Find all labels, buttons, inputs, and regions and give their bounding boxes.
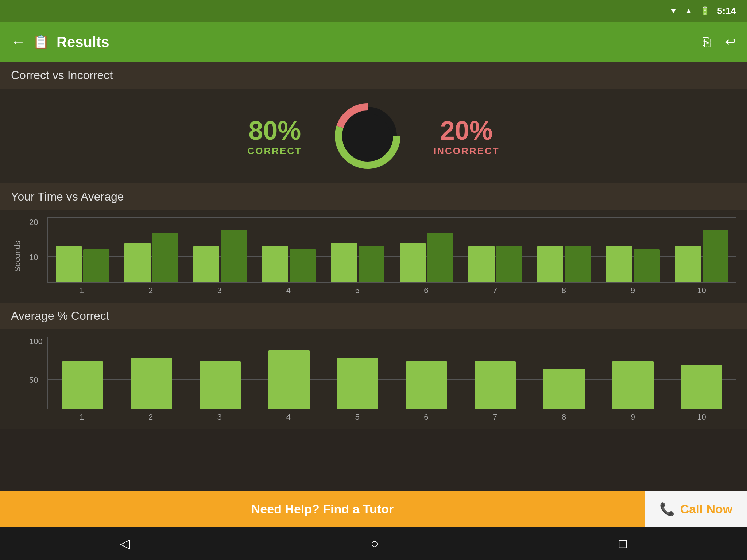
battery-icon: 🔋 bbox=[700, 6, 710, 16]
status-time: 5:14 bbox=[717, 5, 736, 17]
correct-label: CORRECT bbox=[247, 145, 302, 157]
avg-percent-header: Average % Correct bbox=[0, 303, 747, 329]
avg-bar-group-5 bbox=[323, 358, 392, 409]
avg-bar-group-7 bbox=[461, 361, 530, 409]
correct-percent: 80% bbox=[247, 116, 302, 145]
time-x-label-9: 9 bbox=[598, 286, 667, 295]
time-x-label-10: 10 bbox=[667, 286, 736, 295]
avg-x-label-2: 2 bbox=[116, 412, 185, 422]
time-bar-group-4 bbox=[255, 246, 324, 282]
avg-bar-chart bbox=[47, 337, 736, 409]
donut-section: 80% CORRECT 20% INCORRECT bbox=[0, 89, 747, 183]
avg-x-label-1: 1 bbox=[47, 412, 116, 422]
time-bar-light-9 bbox=[606, 246, 632, 282]
avg-bar-5 bbox=[337, 358, 378, 409]
bottom-banner: Need Help? Find a Tutor 📞 Call Now bbox=[0, 491, 747, 527]
time-x-label-5: 5 bbox=[323, 286, 392, 295]
avg-bar-3 bbox=[200, 361, 241, 409]
avg-bar-group-2 bbox=[117, 358, 186, 409]
donut-chart bbox=[331, 100, 404, 172]
time-bar-chart bbox=[47, 217, 736, 283]
avg-bar-10 bbox=[681, 365, 722, 409]
time-y-axis-label: Seconds bbox=[13, 241, 22, 272]
correct-vs-incorrect-title: Correct vs Incorrect bbox=[11, 69, 113, 82]
status-bar: ▼ ▲ 🔋 5:14 bbox=[0, 0, 747, 22]
time-x-labels: 12345678910 bbox=[47, 286, 736, 295]
time-bar-dark-4 bbox=[290, 249, 316, 282]
nav-bar: ◁ ○ □ bbox=[0, 527, 747, 560]
avg-x-label-6: 6 bbox=[392, 412, 461, 422]
time-bar-dark-6 bbox=[427, 233, 453, 282]
time-vs-average-title: Your Time vs Average bbox=[11, 190, 124, 203]
avg-x-label-8: 8 bbox=[530, 412, 599, 422]
avg-bar-2 bbox=[131, 358, 172, 409]
time-x-label-8: 8 bbox=[530, 286, 599, 295]
avg-x-label-9: 9 bbox=[598, 412, 667, 422]
time-bar-dark-1 bbox=[83, 249, 109, 282]
avg-percent-title: Average % Correct bbox=[11, 309, 109, 322]
time-bar-dark-9 bbox=[634, 249, 660, 282]
time-bar-group-5 bbox=[323, 243, 392, 282]
phone-icon: 📞 bbox=[659, 502, 675, 516]
svg-point-3 bbox=[345, 113, 390, 159]
time-x-label-6: 6 bbox=[392, 286, 461, 295]
time-bar-group-6 bbox=[392, 233, 461, 282]
incorrect-percent: 20% bbox=[433, 116, 500, 145]
time-bar-group-1 bbox=[48, 246, 117, 282]
avg-bar-group-3 bbox=[186, 361, 255, 409]
page-title: Results bbox=[57, 34, 109, 50]
signal-icon: ▲ bbox=[685, 6, 693, 16]
avg-x-label-10: 10 bbox=[667, 412, 736, 422]
avg-x-label-4: 4 bbox=[254, 412, 323, 422]
time-bar-group-8 bbox=[530, 246, 599, 282]
time-bar-light-2 bbox=[124, 243, 151, 282]
avg-bars-container bbox=[48, 337, 736, 409]
avg-bar-group-6 bbox=[392, 361, 461, 409]
time-chart-wrapper: Seconds 20 10 12345678910 bbox=[22, 217, 736, 295]
time-bar-light-4 bbox=[262, 246, 288, 282]
reply-button[interactable]: ↩ bbox=[725, 34, 736, 50]
time-bar-dark-7 bbox=[496, 246, 522, 282]
avg-chart-wrapper: 100 50 12345678910 bbox=[22, 337, 736, 422]
share-button[interactable]: ⎘ bbox=[703, 34, 711, 50]
avg-y-label-100: 100 bbox=[29, 337, 43, 346]
time-bar-group-2 bbox=[117, 233, 186, 282]
time-bar-dark-8 bbox=[565, 246, 591, 282]
time-bar-dark-5 bbox=[359, 246, 385, 282]
time-bar-light-6 bbox=[400, 243, 426, 282]
avg-bar-group-8 bbox=[530, 369, 599, 409]
time-bar-light-3 bbox=[193, 246, 220, 282]
banner-help-text: Need Help? Find a Tutor bbox=[251, 502, 394, 516]
avg-bar-group-10 bbox=[667, 365, 736, 409]
time-x-label-4: 4 bbox=[254, 286, 323, 295]
avg-bar-9 bbox=[612, 361, 653, 409]
time-bar-light-5 bbox=[331, 243, 357, 282]
banner-text-section: Need Help? Find a Tutor bbox=[0, 502, 645, 516]
avg-bar-group-9 bbox=[599, 361, 667, 409]
time-vs-average-header: Your Time vs Average bbox=[0, 183, 747, 210]
nav-back-button[interactable]: ◁ bbox=[120, 536, 130, 551]
app-bar-right: ⎘ ↩ bbox=[703, 34, 736, 50]
results-icon: 📋 bbox=[33, 34, 49, 50]
nav-home-button[interactable]: ○ bbox=[371, 536, 379, 551]
avg-bar-6 bbox=[406, 361, 447, 409]
time-bar-light-10 bbox=[675, 246, 701, 282]
time-bar-light-7 bbox=[468, 246, 495, 282]
back-button[interactable]: ← bbox=[11, 34, 26, 50]
wifi-icon: ▼ bbox=[669, 6, 677, 16]
time-y-label-20: 20 bbox=[29, 218, 38, 227]
avg-bar-1 bbox=[62, 361, 103, 409]
avg-bar-7 bbox=[475, 361, 516, 409]
call-now-button[interactable]: 📞 Call Now bbox=[645, 491, 747, 527]
app-bar-left: ← 📋 Results bbox=[11, 34, 109, 50]
avg-x-label-5: 5 bbox=[323, 412, 392, 422]
nav-recents-button[interactable]: □ bbox=[619, 536, 627, 551]
time-x-label-2: 2 bbox=[116, 286, 185, 295]
avg-bar-4 bbox=[268, 350, 310, 409]
time-x-label-1: 1 bbox=[47, 286, 116, 295]
time-bar-light-8 bbox=[537, 246, 564, 282]
correct-stat: 80% CORRECT bbox=[247, 116, 302, 157]
time-x-label-7: 7 bbox=[461, 286, 530, 295]
scroll-content: Correct vs Incorrect 80% CORRECT 20% INC… bbox=[0, 62, 747, 491]
avg-y-label-50: 50 bbox=[29, 376, 38, 385]
